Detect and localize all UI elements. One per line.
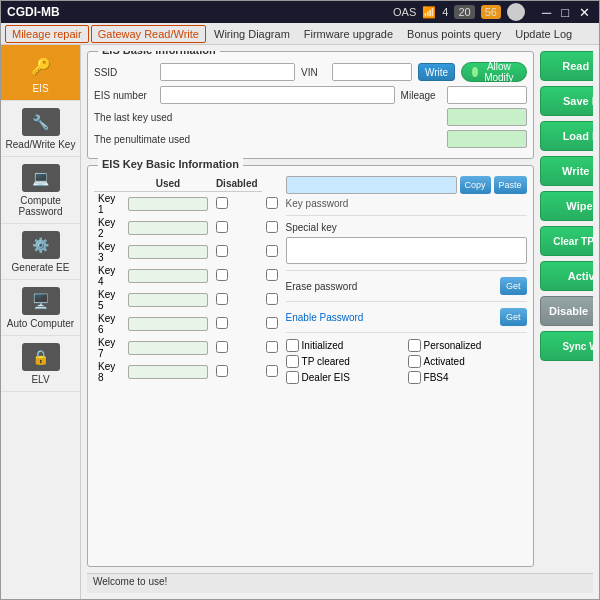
left-info-panel: EIS Basic Information SSID VIN Write All… bbox=[87, 51, 534, 567]
read-eis-button[interactable]: Read EIS Data bbox=[540, 51, 593, 81]
menu-gateway-read-write[interactable]: Gateway Read/Write bbox=[91, 25, 206, 43]
table-row: Key 6 bbox=[94, 312, 282, 336]
key8-label: Key 8 bbox=[94, 360, 124, 384]
key2-used-cb[interactable] bbox=[216, 221, 228, 233]
key4-disabled-cb[interactable] bbox=[266, 269, 278, 281]
menu-bar: Mileage repair Gateway Read/Write Wiring… bbox=[1, 23, 599, 45]
key8-input[interactable] bbox=[128, 365, 208, 379]
penultimate-row: The penultimate used bbox=[94, 130, 527, 148]
vin-input[interactable] bbox=[332, 63, 412, 81]
sync-elv-button[interactable]: Sync W204 ELV bbox=[540, 331, 593, 361]
key5-used-cb[interactable] bbox=[216, 293, 228, 305]
menu-bonus-points[interactable]: Bonus points query bbox=[401, 26, 507, 42]
activated-checkbox[interactable] bbox=[408, 355, 421, 368]
table-row: Key 5 bbox=[94, 288, 282, 312]
sidebar-item-read-write-key[interactable]: 🔧 Read/Write Key bbox=[1, 101, 80, 157]
sidebar-item-auto-computer[interactable]: 🖥️ Auto Computer bbox=[1, 280, 80, 336]
menu-update-log[interactable]: Update Log bbox=[509, 26, 578, 42]
key-password-input[interactable] bbox=[286, 176, 457, 194]
eis-basic-title: EIS Basic Information bbox=[98, 51, 220, 56]
paste-button[interactable]: Paste bbox=[494, 176, 527, 194]
key5-input[interactable] bbox=[128, 293, 208, 307]
key8-used-cb[interactable] bbox=[216, 365, 228, 377]
get-enable-button[interactable]: Get bbox=[500, 308, 527, 326]
fbs4-item: FBS4 bbox=[408, 371, 527, 384]
penultimate-input[interactable] bbox=[447, 130, 527, 148]
key5-disabled-cb[interactable] bbox=[266, 293, 278, 305]
mileage-input[interactable] bbox=[447, 86, 527, 104]
key3-disabled-cb[interactable] bbox=[266, 245, 278, 257]
key4-input[interactable] bbox=[128, 269, 208, 283]
fbs4-checkbox[interactable] bbox=[408, 371, 421, 384]
generate-ee-label: Generate EE bbox=[12, 262, 70, 273]
status-checkboxes: Initialized Personalized TP cleared bbox=[286, 339, 527, 384]
key1-used-cb[interactable] bbox=[216, 197, 228, 209]
auto-computer-label: Auto Computer bbox=[7, 318, 74, 329]
personalized-label: Personalized bbox=[424, 340, 482, 351]
key6-disabled-cb[interactable] bbox=[266, 317, 278, 329]
sidebar-item-compute-password[interactable]: 💻 Compute Password bbox=[1, 157, 80, 224]
sidebar-item-eis[interactable]: 🔑 EIS bbox=[1, 45, 80, 101]
user-avatar bbox=[507, 3, 525, 21]
clear-tp-button[interactable]: Clear TP Protection bbox=[540, 226, 593, 256]
menu-wiring-diagram[interactable]: Wiring Diagram bbox=[208, 26, 296, 42]
initialized-checkbox[interactable] bbox=[286, 339, 299, 352]
main-content: 🔑 EIS 🔧 Read/Write Key 💻 bbox=[1, 45, 599, 599]
eis-basic-section: EIS Basic Information SSID VIN Write All… bbox=[87, 51, 534, 159]
key7-used-cb[interactable] bbox=[216, 341, 228, 353]
key1-disabled-cb[interactable] bbox=[266, 197, 278, 209]
key7-disabled-cb[interactable] bbox=[266, 341, 278, 353]
maximize-button[interactable]: □ bbox=[558, 5, 572, 20]
menu-mileage-repair[interactable]: Mileage repair bbox=[5, 25, 89, 43]
signal-count: 4 bbox=[442, 6, 448, 18]
tp-cleared-checkbox[interactable] bbox=[286, 355, 299, 368]
sidebar-item-generate-ee[interactable]: ⚙️ Generate EE bbox=[1, 224, 80, 280]
key6-input[interactable] bbox=[128, 317, 208, 331]
ssid-input[interactable] bbox=[160, 63, 295, 81]
eis-label: EIS bbox=[32, 83, 48, 94]
disable-button[interactable]: Disable bbox=[540, 296, 593, 326]
menu-firmware-upgrade[interactable]: Firmware upgrade bbox=[298, 26, 399, 42]
key2-input[interactable] bbox=[128, 221, 208, 235]
key2-disabled-cb[interactable] bbox=[266, 221, 278, 233]
table-row: Key 4 bbox=[94, 264, 282, 288]
key3-used-cb[interactable] bbox=[216, 245, 228, 257]
key1-label: Key 1 bbox=[94, 192, 124, 217]
allow-modify-button[interactable]: Allow Modify bbox=[461, 62, 526, 82]
wifi-icon: 📶 bbox=[422, 6, 436, 19]
special-key-input[interactable] bbox=[286, 237, 527, 264]
read-write-key-icon: 🔧 bbox=[21, 107, 61, 137]
key-password-label-row: Key password bbox=[286, 198, 527, 209]
close-button[interactable]: ✕ bbox=[576, 5, 593, 20]
enable-password-label: Enable Password bbox=[286, 312, 498, 323]
key1-input[interactable] bbox=[128, 197, 208, 211]
write-eis-button[interactable]: Write EIS Data bbox=[540, 156, 593, 186]
minimize-button[interactable]: ─ bbox=[539, 5, 554, 20]
save-eis-button[interactable]: Save EIS Data bbox=[540, 86, 593, 116]
write-button[interactable]: Write bbox=[418, 63, 455, 81]
last-key-row: The last key used bbox=[94, 108, 527, 126]
key4-used-cb[interactable] bbox=[216, 269, 228, 281]
eis-number-label: EIS number bbox=[94, 90, 154, 101]
load-eis-button[interactable]: Load EIS Data bbox=[540, 121, 593, 151]
last-key-label: The last key used bbox=[94, 112, 441, 123]
copy-button[interactable]: Copy bbox=[460, 176, 491, 194]
sidebar: 🔑 EIS 🔧 Read/Write Key 💻 bbox=[1, 45, 81, 599]
key8-disabled-cb[interactable] bbox=[266, 365, 278, 377]
personalized-checkbox[interactable] bbox=[408, 339, 421, 352]
key6-used-cb[interactable] bbox=[216, 317, 228, 329]
get-erase-button[interactable]: Get bbox=[500, 277, 527, 295]
generate-ee-icon: ⚙️ bbox=[21, 230, 61, 260]
key3-input[interactable] bbox=[128, 245, 208, 259]
key2-label: Key 2 bbox=[94, 216, 124, 240]
last-key-input[interactable] bbox=[447, 108, 527, 126]
wipe-eis-button[interactable]: Wipe the EIS bbox=[540, 191, 593, 221]
initialized-label: Initialized bbox=[302, 340, 344, 351]
sidebar-item-elv[interactable]: 🔒 ELV bbox=[1, 336, 80, 392]
activate-eis-button[interactable]: Activate EIS bbox=[540, 261, 593, 291]
app-title: CGDI-MB bbox=[7, 5, 60, 19]
compute-password-icon: 💻 bbox=[21, 163, 61, 193]
eis-number-input[interactable] bbox=[160, 86, 395, 104]
key7-input[interactable] bbox=[128, 341, 208, 355]
dealer-eis-checkbox[interactable] bbox=[286, 371, 299, 384]
